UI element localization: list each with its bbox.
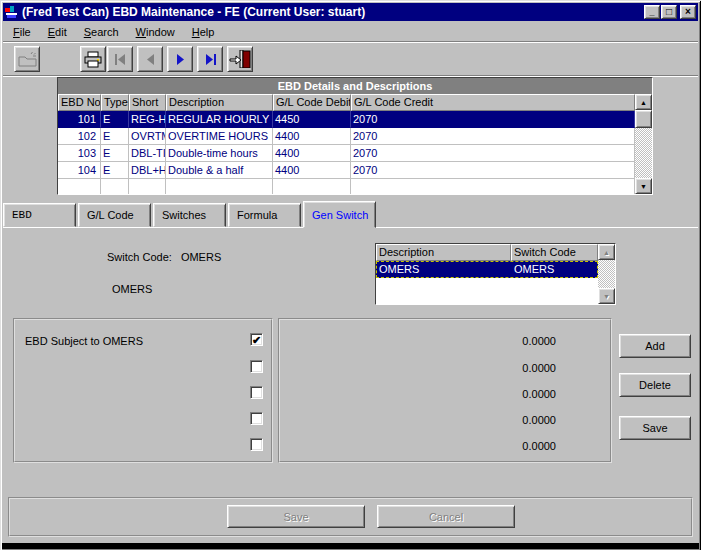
menu-file[interactable]: File — [11, 24, 33, 40]
close-button[interactable]: × — [680, 5, 696, 19]
col-ebd-no[interactable]: EBD No — [58, 94, 101, 111]
col-gl-debit[interactable]: G/L Code Debit — [273, 94, 351, 111]
switch-grid-scrollbar[interactable]: ▲ ▼ — [598, 244, 615, 304]
col-type[interactable]: Type — [101, 94, 129, 111]
value-field-2: 0.0000 — [522, 362, 556, 374]
col-gl-credit[interactable]: G/L Code Credit — [351, 94, 635, 111]
scroll-up-icon[interactable]: ▲ — [635, 94, 652, 110]
col-switch-description[interactable]: Description — [376, 244, 511, 261]
footer-cancel-button[interactable]: Cancel — [377, 505, 515, 528]
subject-checkbox-2[interactable] — [250, 360, 263, 373]
print-button[interactable] — [80, 46, 106, 72]
grid-vertical-scrollbar[interactable]: ▲ ▼ — [635, 94, 652, 194]
ebd-grid: EBD Details and Descriptions EBD No Type… — [57, 77, 653, 195]
table-row[interactable]: 101 E REG-H REGULAR HOURLY PA 4450 2070 — [58, 111, 635, 128]
subject-groupbox: EBD Subject to OMERS ✔ — [13, 318, 273, 463]
menu-divider — [3, 41, 698, 43]
subject-checkbox-5[interactable] — [250, 438, 263, 451]
table-row[interactable]: 102 E OVRTM OVERTIME HOURS 4400 2070 — [58, 128, 635, 145]
switch-row[interactable]: OMERS OMERS — [376, 261, 598, 278]
switch-code-label: Switch Code: — [107, 251, 172, 263]
first-record-icon — [114, 54, 127, 65]
tab-ebd[interactable]: EBD — [3, 203, 76, 227]
previous-record-button[interactable] — [137, 46, 163, 72]
print-icon — [83, 51, 103, 68]
value-field-5: 0.0000 — [522, 440, 556, 452]
value-field-4: 0.0000 — [522, 414, 556, 426]
footer-save-button[interactable]: Save — [227, 505, 365, 528]
table-row[interactable]: 104 E DBL+H Double & a half 4400 2070 — [58, 162, 635, 179]
switch-code-value: OMERS — [181, 251, 221, 263]
switch-grid-filler — [376, 278, 598, 304]
scrollbar-thumb[interactable] — [635, 110, 652, 128]
titlebar: (Fred Test Can) EBD Maintenance - FE (Cu… — [3, 3, 698, 21]
grid-filler-row — [58, 179, 635, 194]
scroll-down-icon[interactable]: ▼ — [598, 288, 615, 304]
last-record-button[interactable] — [197, 46, 223, 72]
next-record-button[interactable] — [167, 46, 193, 72]
menu-edit[interactable]: Edit — [46, 24, 69, 40]
tab-gen-switch[interactable]: Gen Switch — [303, 201, 376, 228]
window-bottom-edge — [0, 543, 701, 550]
tab-formula[interactable]: Formula — [228, 203, 301, 227]
menu-help[interactable]: Help — [190, 24, 217, 40]
col-description[interactable]: Description — [166, 94, 273, 111]
values-groupbox: 0.0000 0.0000 0.0000 0.0000 0.0000 — [278, 318, 612, 463]
switch-code-line: Switch Code: OMERS — [107, 251, 221, 263]
previous-record-icon — [144, 54, 157, 65]
new-record-button[interactable] — [14, 46, 40, 72]
value-field-1: 0.0000 — [522, 335, 556, 347]
minimize-button[interactable]: _ — [644, 5, 660, 19]
tabstrip: EBD G/L Code Switches Formula Gen Switch — [3, 203, 376, 230]
ebd-grid-header: EBD No Type Short Description G/L Code D… — [58, 94, 635, 111]
col-short[interactable]: Short — [129, 94, 166, 111]
tab-gl-code[interactable]: G/L Code — [78, 203, 151, 227]
switch-description: OMERS — [112, 283, 152, 295]
scrollbar-track[interactable] — [598, 260, 615, 288]
switch-grid-header: Description Switch Code — [376, 244, 598, 261]
maximize-button[interactable]: □ — [661, 5, 677, 19]
value-field-3: 0.0000 — [522, 388, 556, 400]
scroll-down-icon[interactable]: ▼ — [635, 178, 652, 194]
delete-button[interactable]: Delete — [619, 373, 691, 397]
col-switch-code[interactable]: Switch Code — [511, 244, 598, 261]
first-record-button[interactable] — [107, 46, 133, 72]
menubar: File Edit Search Window Help — [3, 22, 698, 41]
subject-checkbox-1[interactable]: ✔ — [250, 333, 263, 346]
exit-icon — [229, 50, 251, 68]
add-button[interactable]: Add — [619, 334, 691, 358]
switch-grid: Description Switch Code OMERS OMERS ▲ ▼ — [375, 243, 616, 305]
window-title: (Fred Test Can) EBD Maintenance - FE (Cu… — [22, 5, 641, 19]
menu-window[interactable]: Window — [134, 24, 177, 40]
new-folder-icon — [17, 51, 37, 67]
app-icon[interactable] — [5, 6, 19, 19]
subject-checkbox-3[interactable] — [250, 386, 263, 399]
tab-switches[interactable]: Switches — [153, 203, 226, 227]
save-button[interactable]: Save — [619, 416, 691, 440]
scrollbar-track[interactable] — [635, 128, 652, 178]
subject-label: EBD Subject to OMERS — [25, 335, 143, 347]
ebd-grid-title: EBD Details and Descriptions — [58, 78, 652, 94]
scroll-up-icon[interactable]: ▲ — [598, 244, 615, 260]
table-row[interactable]: 103 E DBL-TI Double-time hours 4400 2070 — [58, 145, 635, 162]
menu-search[interactable]: Search — [82, 24, 121, 40]
subject-checkbox-4[interactable] — [250, 412, 263, 425]
next-record-icon — [174, 54, 187, 65]
last-record-icon — [204, 54, 217, 65]
exit-button[interactable] — [227, 46, 253, 72]
